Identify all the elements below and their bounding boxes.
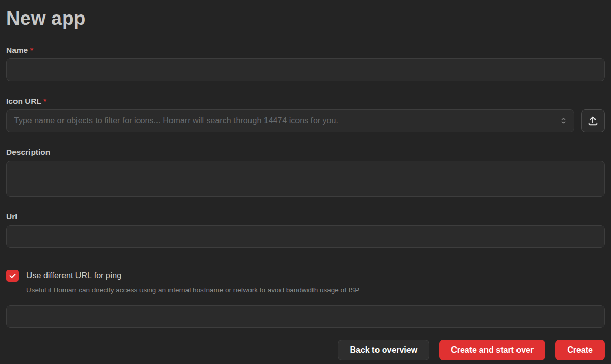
icon-url-required-asterisk: * (43, 97, 46, 105)
ping-section: Use different URL for ping Useful if Hom… (6, 270, 605, 328)
icon-url-input[interactable] (6, 109, 574, 132)
new-app-form: New app Name* Icon URL* (0, 0, 611, 364)
icon-url-label: Icon URL* (6, 97, 605, 106)
ping-checkbox[interactable] (6, 270, 19, 282)
upload-icon (587, 115, 599, 126)
name-field-group: Name* (6, 45, 605, 81)
url-input[interactable] (6, 225, 605, 248)
description-label: Description (6, 148, 605, 157)
checkmark-icon (9, 272, 17, 280)
name-label-text: Name (6, 45, 28, 54)
name-label: Name* (6, 45, 605, 55)
icon-url-select-wrap (6, 109, 574, 132)
ping-url-input[interactable] (6, 305, 605, 328)
url-label: Url (6, 212, 605, 221)
create-button[interactable]: Create (555, 340, 605, 360)
footer-actions: Back to overview Create and start over C… (6, 340, 605, 360)
icon-url-field-group: Icon URL* (6, 97, 605, 132)
name-required-asterisk: * (30, 45, 33, 54)
page-title: New app (6, 7, 605, 30)
ping-checkbox-label[interactable]: Use different URL for ping (26, 271, 121, 280)
back-to-overview-button[interactable]: Back to overview (338, 340, 429, 360)
description-textarea[interactable] (6, 161, 605, 197)
icon-url-label-text: Icon URL (6, 97, 41, 105)
description-field-group: Description (6, 148, 605, 197)
create-and-start-over-button[interactable]: Create and start over (439, 340, 545, 360)
ping-helper-text: Useful if Homarr can directly access usi… (26, 286, 605, 294)
name-input[interactable] (6, 58, 605, 81)
url-field-group: Url (6, 212, 605, 248)
upload-icon-button[interactable] (581, 109, 605, 132)
